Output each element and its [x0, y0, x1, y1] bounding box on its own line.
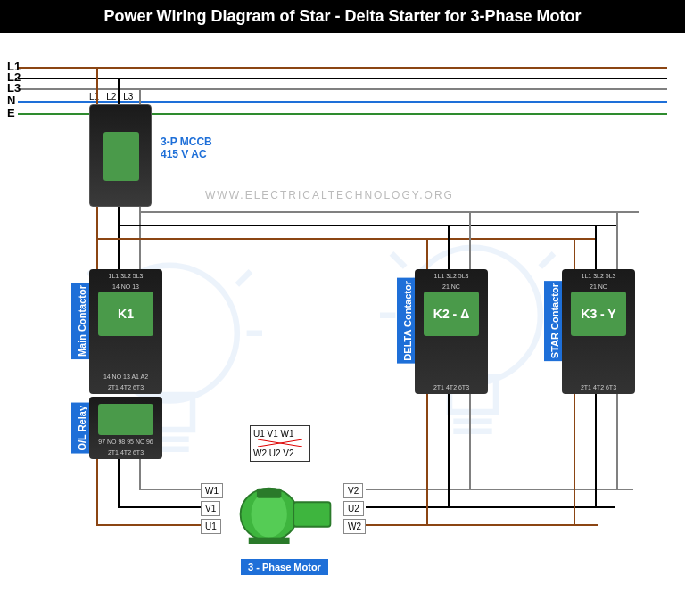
terminals: 2T1 4T2 6T3 [562, 382, 635, 392]
svg-rect-8 [249, 538, 290, 544]
wire [574, 394, 575, 526]
bus-l1 [18, 67, 667, 69]
mccb-label: 3-P MCCB415 V AC [161, 136, 212, 160]
motor-term-v2: V2 [343, 483, 363, 498]
diagram-title: Power Wiring Diagram of Star - Delta Sta… [0, 0, 685, 33]
wire-l3-drop [139, 88, 141, 104]
wire [448, 394, 450, 508]
wire [469, 211, 471, 269]
wire [139, 459, 141, 490]
wire [426, 238, 428, 269]
wire [118, 225, 617, 226]
terminals: 1L1 3L2 5L3 [415, 271, 488, 281]
contactor-id: K2 - Δ [424, 292, 479, 336]
wire-l1-drop [96, 67, 98, 104]
motor-term-w2: W2 [343, 519, 366, 534]
wire [96, 459, 98, 526]
wire-l2-drop [118, 78, 120, 104]
terminals: 14 NO 13 [89, 282, 162, 292]
wire [469, 394, 471, 490]
wire [448, 225, 450, 269]
wire [139, 211, 639, 213]
wire [96, 238, 596, 240]
wire [616, 211, 618, 269]
motor-label: 3 - Phase Motor [241, 559, 328, 575]
motor-icon [236, 479, 334, 550]
wiring-diagram: L1 L2 L3 N E L1L2L3 3-P MCCB415 V AC WWW… [0, 33, 685, 613]
motor-term-v1: V1 [201, 501, 220, 516]
wire [118, 506, 201, 508]
terminals: 2T1 4T2 6T3 [89, 448, 162, 457]
mccb-breaker [89, 104, 152, 207]
main-contactor: 1L1 3L2 5L3 14 NO 13 K1 14 NO 13 A1 A2 2… [89, 269, 162, 394]
bus-label-l3: L3 [7, 81, 21, 94]
bus-l2 [18, 78, 667, 79]
wire [366, 506, 615, 508]
motor-junction-diagram: U1 V1 W1 W2 U2 V2 [250, 425, 310, 462]
terminals: 21 NC [562, 282, 635, 292]
bus-l3 [18, 88, 667, 90]
terminals: 21 NC [415, 282, 488, 292]
wire [426, 394, 428, 526]
bus-label-n: N [7, 94, 15, 107]
wire [366, 524, 598, 526]
motor-term-w1: W1 [201, 483, 223, 498]
terminals: 97 NO 98 95 NC 96 [89, 437, 162, 447]
wire [616, 394, 618, 490]
wire [96, 524, 201, 526]
terminals: 1L1 3L2 5L3 [89, 271, 162, 281]
terminals: 1L1 3L2 5L3 [562, 271, 635, 281]
star-contactor: 1L1 3L2 5L3 21 NC K3 - Y 2T1 4T2 6T3 [562, 269, 635, 394]
terminals: 2T1 4T2 6T3 [415, 382, 488, 392]
wire [574, 238, 575, 269]
overload-relay: 97 NO 98 95 NC 96 2T1 4T2 6T3 [89, 397, 162, 459]
terminals: 14 NO 13 A1 A2 [89, 372, 162, 382]
watermark-text: WWW.ELECTRICALTECHNOLOGY.ORG [205, 189, 454, 201]
wire [366, 489, 633, 490]
motor-term-u1: U1 [201, 519, 221, 534]
wire [595, 225, 597, 269]
contactor-id: K3 - Y [571, 292, 626, 336]
wire [139, 489, 201, 490]
svg-point-5 [252, 491, 287, 537]
bus-label-e: E [7, 106, 15, 119]
terminals: 2T1 4T2 6T3 [89, 382, 162, 392]
motor-term-u2: U2 [343, 501, 364, 516]
svg-rect-6 [293, 502, 330, 527]
delta-contactor: 1L1 3L2 5L3 21 NC K2 - Δ 2T1 4T2 6T3 [415, 269, 488, 394]
contactor-id: K1 [98, 292, 153, 336]
relay-body [98, 404, 153, 435]
svg-rect-7 [257, 489, 282, 498]
wire [118, 459, 120, 508]
wire [595, 394, 597, 508]
mccb-face [103, 132, 139, 181]
three-phase-motor [236, 479, 334, 550]
